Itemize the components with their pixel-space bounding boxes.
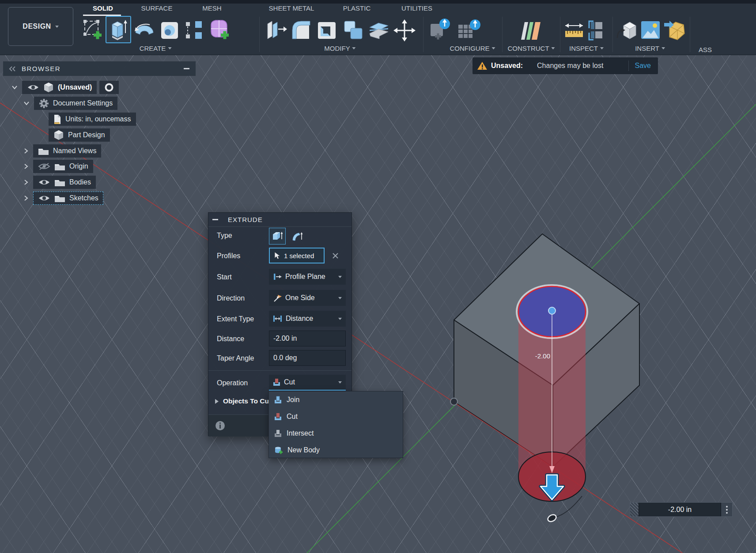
browser-row-part-design[interactable]: Part Design xyxy=(49,128,110,142)
modify-press-pull-icon[interactable] xyxy=(265,19,287,41)
construct-menu[interactable]: CONSTRUCT xyxy=(507,45,555,52)
inspect-section-icon[interactable] xyxy=(586,19,609,41)
visibility-eye-icon[interactable] xyxy=(38,179,50,186)
direction-dropdown[interactable]: One Side xyxy=(269,290,346,306)
create-menu[interactable]: CREATE xyxy=(140,45,172,52)
unsaved-banner: Unsaved: Changes may be lost Save xyxy=(472,57,658,74)
create-extrude-button[interactable] xyxy=(106,16,131,43)
start-dropdown[interactable]: Profile Plane xyxy=(269,269,346,285)
browser-title: BROWSER xyxy=(22,65,60,72)
radio-target-icon[interactable] xyxy=(104,83,114,92)
dialog-titlebar[interactable]: EXTRUDE xyxy=(208,213,352,227)
profiles-selection-button[interactable]: 1 selected xyxy=(269,248,325,263)
insert-mesh-icon[interactable] xyxy=(663,19,686,41)
menu-item-label: New Body xyxy=(287,446,320,454)
cut-operation-icon xyxy=(273,378,280,386)
widget-menu-icon[interactable] xyxy=(721,503,732,516)
browser-row-units[interactable]: Units: in, ouncemass xyxy=(49,113,136,126)
clear-selection-icon[interactable] xyxy=(332,252,339,259)
activate-component-control[interactable] xyxy=(99,81,119,94)
modify-combine-icon[interactable] xyxy=(343,19,364,41)
widget-drag-handle[interactable] xyxy=(630,503,639,516)
inspect-menu[interactable]: INSPECT xyxy=(569,45,604,52)
row-label[interactable]: Sketches xyxy=(69,194,98,202)
info-icon[interactable] xyxy=(215,421,225,431)
tab-mesh[interactable]: MESH xyxy=(202,4,221,12)
browser-row-sketches[interactable]: Sketches xyxy=(23,192,103,205)
modify-split-body-icon[interactable] xyxy=(368,19,390,41)
tab-utilities[interactable]: UTILITIES xyxy=(401,4,432,12)
insert-derive-icon[interactable] xyxy=(616,20,639,41)
visibility-eye-icon[interactable] xyxy=(38,195,50,202)
tab-solid[interactable]: SOLID xyxy=(93,4,113,12)
taper-angle-handle[interactable] xyxy=(547,513,557,523)
create-revolve-icon[interactable] xyxy=(134,19,155,41)
operation-dropdown[interactable]: Cut xyxy=(269,375,346,391)
insert-canvas-icon[interactable] xyxy=(640,20,662,40)
chevron-down-icon[interactable] xyxy=(23,101,30,106)
tab-sheet-metal[interactable]: SHEET METAL xyxy=(269,4,314,12)
profile-center-point[interactable] xyxy=(548,307,556,314)
assemble-menu-partial[interactable]: ASS xyxy=(699,46,712,53)
create-form-icon[interactable] xyxy=(208,18,231,43)
chevron-right-icon[interactable] xyxy=(23,195,29,201)
insert-menu[interactable]: INSERT xyxy=(635,45,665,52)
create-pattern-icon[interactable] xyxy=(184,20,205,41)
menu-item-cut[interactable]: Cut xyxy=(269,408,403,425)
menu-item-join[interactable]: Join xyxy=(269,391,403,408)
collapse-panel-icon[interactable] xyxy=(8,66,16,72)
dimension-input[interactable]: -2.00 in xyxy=(639,503,721,516)
configure-menu[interactable]: CONFIGURE xyxy=(450,45,495,52)
configure-icon[interactable] xyxy=(429,18,453,42)
construct-plane-icon[interactable] xyxy=(519,19,541,41)
type-solid-extrude-button[interactable] xyxy=(269,228,286,245)
origin-point[interactable] xyxy=(450,398,457,405)
chevron-right-icon[interactable] xyxy=(23,148,29,154)
browser-row-origin[interactable]: Origin xyxy=(23,160,93,173)
visibility-eye-icon[interactable] xyxy=(27,84,39,91)
modify-shell-icon[interactable] xyxy=(316,19,337,41)
menu-item-new-body[interactable]: New Body xyxy=(269,442,403,459)
row-label[interactable]: Bodies xyxy=(69,178,91,186)
collapse-dialog-icon[interactable] xyxy=(212,219,218,220)
minimize-browser-icon[interactable] xyxy=(184,68,189,69)
dimension-widget: -2.00 in xyxy=(630,502,733,517)
modify-fillet-icon[interactable] xyxy=(291,19,312,41)
modify-move-icon[interactable] xyxy=(393,19,416,41)
chevron-right-icon[interactable] xyxy=(23,179,29,185)
row-label[interactable]: Document Settings xyxy=(53,99,113,107)
browser-row-bodies[interactable]: Bodies xyxy=(23,176,96,189)
unsaved-title: Unsaved: xyxy=(491,62,523,70)
tab-surface[interactable]: SURFACE xyxy=(141,4,173,12)
create-sketch-icon[interactable] xyxy=(82,18,102,41)
taper-angle-input[interactable]: 0.0 deg xyxy=(269,350,346,366)
chevron-down-icon xyxy=(600,47,604,49)
design-workspace-selector[interactable]: DESIGN xyxy=(8,7,73,46)
intersect-operation-icon xyxy=(274,429,282,437)
chevron-down-icon xyxy=(552,47,555,49)
extent-type-dropdown[interactable]: Distance xyxy=(269,311,346,327)
save-button[interactable]: Save xyxy=(635,62,651,70)
visibility-off-icon[interactable] xyxy=(38,162,50,170)
row-label[interactable]: Named Views xyxy=(53,147,96,155)
browser-row-root[interactable]: (Unsaved) xyxy=(11,81,119,94)
row-label[interactable]: Units: in, ouncemass xyxy=(65,115,131,123)
browser-row-named-views[interactable]: Named Views xyxy=(23,144,101,158)
row-label[interactable]: Origin xyxy=(69,162,88,170)
menu-item-intersect[interactable]: Intersect xyxy=(269,425,403,442)
browser-row-document-settings[interactable]: Document Settings xyxy=(23,97,117,110)
create-hole-icon[interactable] xyxy=(159,19,181,41)
row-label[interactable]: Part Design xyxy=(68,131,105,139)
chevron-right-icon[interactable] xyxy=(23,163,29,169)
chevron-down-icon[interactable] xyxy=(11,85,18,90)
document-name[interactable]: (Unsaved) xyxy=(58,83,92,91)
direction-value: One Side xyxy=(285,294,315,302)
inspect-measure-icon[interactable] xyxy=(563,21,585,40)
configure-table-icon[interactable] xyxy=(457,19,481,42)
distance-input[interactable]: -2.00 in xyxy=(269,331,346,346)
operation-label: Operation xyxy=(217,379,248,387)
tab-plastic[interactable]: PLASTIC xyxy=(343,4,371,12)
type-thin-extrude-button[interactable] xyxy=(289,228,306,245)
modify-menu[interactable]: MODIFY xyxy=(324,45,355,52)
expand-triangle-icon[interactable] xyxy=(215,399,219,404)
